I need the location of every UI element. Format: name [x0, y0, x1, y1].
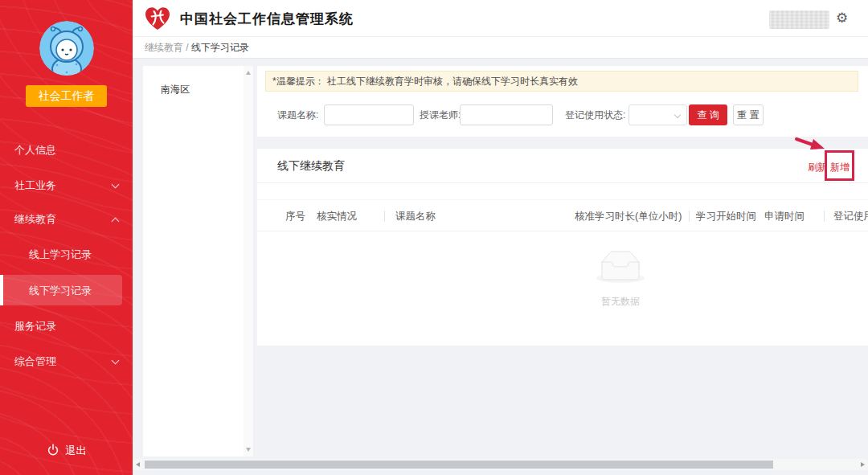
- sidebar-item-personal-info[interactable]: 个人信息: [0, 143, 133, 159]
- avatar: [39, 21, 94, 76]
- chevron-up-icon: [112, 218, 120, 226]
- sidebar-item-offline-learning-records[interactable]: 线下学习记录: [0, 284, 133, 300]
- sidebar-item-label: 社工业务: [14, 179, 56, 191]
- scrollbar-thumb[interactable]: [145, 461, 773, 469]
- panel-title: 线下继续教育: [277, 159, 345, 174]
- logout-button[interactable]: 退出: [0, 444, 133, 458]
- topic-name-input[interactable]: [324, 104, 414, 125]
- district-panel: 南海区: [143, 66, 253, 457]
- breadcrumb-parent[interactable]: 继续教育: [145, 42, 183, 53]
- district-scrollbar[interactable]: [244, 66, 253, 457]
- col-seq: 序号: [285, 200, 305, 232]
- register-status-select[interactable]: [628, 104, 687, 125]
- sidebar: 社会工作者 个人信息 社工业务 继续教育 线上学习记录 线下学习记录 服务记录 …: [0, 0, 133, 475]
- app-logo-heart-icon: [144, 6, 171, 31]
- sidebar-item-label: 综合管理: [14, 355, 56, 367]
- sidebar-item-label: 线下学习记录: [29, 285, 92, 297]
- empty-box-icon: [595, 251, 646, 284]
- scroll-right-icon[interactable]: [861, 462, 865, 467]
- warning-alert: *温馨提示： 社工线下继续教育学时审核，请确保线下学习时长真实有效: [265, 71, 858, 92]
- table-header-row: 序号 核实情况 课题名称 核准学习时长(单位小时) 学习开始时间 申请时间 登记…: [257, 199, 868, 231]
- divider: [257, 182, 868, 183]
- gear-icon[interactable]: ⚙: [836, 10, 848, 27]
- sidebar-item-continuing-education[interactable]: 继续教育: [0, 212, 133, 228]
- query-button[interactable]: 查 询: [689, 104, 727, 125]
- col-start-time: 学习开始时间: [696, 200, 756, 232]
- teacher-input[interactable]: [460, 104, 553, 125]
- breadcrumb: 继续教育 / 线下学习记录: [133, 37, 868, 59]
- col-topic: 课题名称: [395, 200, 436, 232]
- col-verify: 核实情况: [317, 200, 357, 232]
- col-apply-time: 申请时间: [764, 200, 805, 232]
- offline-education-panel: 线下继续教育 刷新 新增 序号 核实情况 课题名称 核准学习时长(单位小时) 学…: [257, 149, 868, 346]
- scroll-up-icon[interactable]: [246, 71, 251, 75]
- search-panel: *温馨提示： 社工线下继续教育学时审核，请确保线下学习时长真实有效 课题名称: …: [257, 66, 868, 137]
- scroll-left-icon[interactable]: [136, 462, 140, 467]
- district-item-nanhai[interactable]: 南海区: [161, 83, 190, 96]
- sidebar-item-social-work-business[interactable]: 社工业务: [0, 178, 133, 195]
- col-duration: 核准学习时长(单位小时): [575, 200, 682, 232]
- chevron-down-icon: [112, 357, 120, 365]
- horizontal-scrollbar[interactable]: [133, 459, 868, 470]
- chevron-down-icon: [112, 181, 120, 189]
- sidebar-item-label: 继续教育: [14, 213, 56, 225]
- scroll-down-icon[interactable]: [246, 448, 251, 452]
- annotation-arrow-icon: [794, 135, 828, 154]
- column-divider: [384, 211, 385, 222]
- app-title: 中国社会工作信息管理系统: [180, 10, 354, 28]
- app-screen: 社会工作者 个人信息 社工业务 继续教育 线上学习记录 线下学习记录 服务记录 …: [0, 0, 868, 475]
- topic-name-label: 课题名称:: [277, 104, 318, 125]
- user-name-redacted[interactable]: [769, 10, 829, 29]
- sidebar-item-online-learning-records[interactable]: 线上学习记录: [0, 248, 133, 264]
- role-badge: 社会工作者: [26, 85, 107, 107]
- sidebar-item-label: 线上学习记录: [29, 248, 92, 260]
- logout-label: 退出: [66, 444, 87, 457]
- sidebar-item-label: 服务记录: [14, 320, 56, 332]
- sidebar-item-label: 个人信息: [14, 144, 56, 156]
- column-divider: [824, 211, 825, 222]
- col-register-status: 登记使用状态: [833, 200, 868, 232]
- register-status-label: 登记使用状态:: [565, 104, 625, 125]
- empty-text: 暂无数据: [572, 295, 669, 309]
- annotation-highlight-box: [825, 150, 854, 181]
- breadcrumb-current: 线下学习记录: [191, 42, 249, 53]
- column-divider: [689, 211, 690, 222]
- chevron-down-icon: [674, 112, 681, 118]
- sidebar-item-service-records[interactable]: 服务记录: [0, 319, 133, 335]
- sidebar-item-comprehensive-management[interactable]: 综合管理: [0, 354, 133, 371]
- reset-button[interactable]: 重 置: [733, 104, 764, 125]
- teacher-label: 授课老师:: [420, 104, 461, 125]
- power-icon: [47, 444, 59, 457]
- avatar-mascot-icon: [39, 21, 94, 76]
